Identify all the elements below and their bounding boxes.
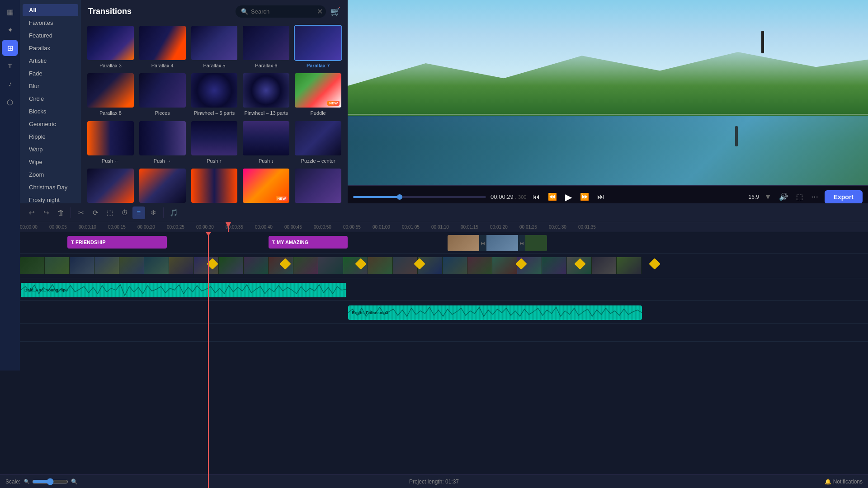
skip-to-end-button[interactable]: ⏭	[595, 192, 606, 202]
sidebar-btn-media[interactable]: ▦	[2, 4, 18, 20]
transition-parallax3[interactable]: Parallax 3	[86, 25, 135, 69]
skip-to-start-button[interactable]: ⏮	[531, 192, 542, 202]
cat-blocks[interactable]: Blocks	[23, 105, 78, 117]
rotate-button[interactable]: ⟳	[89, 206, 102, 219]
audio-clip-bold[interactable]: Bold_And_Young.mp3	[21, 283, 346, 297]
transition-push-right[interactable]: Push →	[138, 120, 187, 164]
clear-search-icon[interactable]: ✕	[317, 7, 323, 16]
detach-audio-button[interactable]: 🎵	[167, 206, 180, 219]
transition-puzzle-left[interactable]: Puzzle ←	[86, 168, 135, 203]
progress-handle[interactable]	[397, 194, 402, 200]
track-content-title-upper: Ꚍ FRIENDSHIP Ꚍ MY AMAZING ⧓ ⧓	[0, 232, 868, 253]
cat-fade[interactable]: Fade	[23, 67, 78, 80]
transition-parallax8[interactable]: Parallax 8	[86, 72, 135, 116]
transition-puzzle-lr[interactable]: Puzzle ↔	[190, 168, 239, 203]
transition-parallax6[interactable]: Parallax 6	[242, 25, 290, 69]
cat-artistic[interactable]: Artistic	[23, 55, 78, 67]
transition-pieces[interactable]: Pieces	[138, 72, 187, 116]
text-clip-icon: Ꚍ	[71, 240, 74, 245]
freeze-button[interactable]: ❄	[147, 206, 160, 219]
transition-parallax7[interactable]: Parallax 7	[294, 25, 342, 69]
cat-all[interactable]: All	[23, 4, 78, 16]
notifications-button[interactable]: 🔔 Notifications	[825, 479, 863, 485]
cat-warp[interactable]: Warp	[23, 143, 78, 155]
cat-circle[interactable]: Circle	[23, 93, 78, 105]
scale-slider[interactable]	[32, 478, 68, 485]
time-display: 00:00:29 . 300	[491, 193, 526, 200]
track-content-empty1	[20, 324, 868, 341]
track-audio-1: 🎵 🔊 Bold_And_Young.mp3	[0, 278, 868, 301]
transition-quick-palms[interactable]: NEW Quick palms	[242, 168, 290, 203]
more-options-button[interactable]: ⋯	[809, 192, 820, 202]
transition-push-down[interactable]: Push ↓	[242, 120, 290, 164]
sidebar-btn-transitions[interactable]: ⊞	[2, 40, 18, 56]
sidebar-btn-elements[interactable]: ⬡	[2, 94, 18, 110]
redo-button[interactable]: ↪	[40, 206, 52, 219]
puddle-badge: NEW	[327, 101, 340, 106]
sidebar-btn-text[interactable]: T	[2, 58, 18, 74]
preview-area	[348, 0, 868, 203]
search-input[interactable]	[251, 8, 314, 15]
search-bar[interactable]: 🔍 ✕	[236, 5, 326, 18]
scale-max-icon: 🔍	[71, 479, 78, 485]
scale-min-icon: 🔍	[24, 479, 29, 484]
step-back-button[interactable]: ⏪	[546, 192, 559, 202]
crop-button[interactable]: ⬚	[104, 206, 116, 219]
aspect-ratio-display: 16:9	[748, 194, 759, 200]
track-content-audio2: Bright_Future.mp3	[20, 301, 868, 323]
timeline-area: ↩ ↪ 🗑 ✂ ⟳ ⬚ ⏱ ≡ ❄ 🎵 00:00:00 00:00:05 00…	[0, 203, 868, 488]
cat-ripple[interactable]: Ripple	[23, 131, 78, 143]
cat-blur[interactable]: Blur	[23, 80, 78, 92]
export-button[interactable]: Export	[825, 190, 863, 204]
progress-bar[interactable]	[353, 196, 486, 198]
transition-push-left[interactable]: Push ←	[86, 120, 135, 164]
fullscreen-button[interactable]: ⬚	[794, 192, 805, 202]
volume-button[interactable]: 🔊	[777, 192, 790, 202]
transition-puzzle-right[interactable]: Puzzle →	[138, 168, 187, 203]
bell-icon: 🔔	[825, 479, 831, 485]
audio-clip-bright[interactable]: Bright_Future.mp3	[348, 305, 642, 320]
transition-push-up[interactable]: Push ↑	[190, 120, 239, 164]
step-forward-button[interactable]: ⏩	[578, 192, 591, 202]
quickpalms-badge: NEW	[276, 196, 288, 201]
upper-clip-right[interactable]: ⧓ ⧓	[448, 235, 547, 251]
timeline-ruler: 00:00:00 00:00:05 00:00:10 00:00:15 00:0…	[0, 222, 868, 232]
transition-parallax5[interactable]: Parallax 5	[190, 25, 239, 69]
transition-puzzle-center[interactable]: Puzzle – center	[294, 120, 342, 164]
delete-button[interactable]: 🗑	[54, 206, 67, 219]
cat-christmas[interactable]: Christmas Day	[23, 181, 78, 193]
preview-video	[348, 0, 868, 203]
cat-zoom[interactable]: Zoom	[23, 169, 78, 181]
video-main-strip[interactable]	[20, 257, 868, 275]
transitions-header: Transitions 🔍 ✕ 🛒	[81, 0, 348, 21]
cat-favorites[interactable]: Favorites	[23, 17, 78, 29]
timeline-toolbar: ↩ ↪ 🗑 ✂ ⟳ ⬚ ⏱ ≡ ❄ 🎵	[0, 203, 868, 222]
duration-button[interactable]: ⏱	[118, 206, 131, 219]
ruler-marks: 00:00:00 00:00:05 00:00:10 00:00:15 00:0…	[20, 225, 608, 230]
undo-button[interactable]: ↩	[25, 206, 38, 219]
scale-slider-wrap: 🔍 🔍	[24, 478, 78, 485]
preview-split-line	[348, 114, 868, 115]
transition-pinwheel13[interactable]: Pinwheel – 13 parts	[242, 72, 290, 116]
transitions-panel: Transitions 🔍 ✕ 🛒 Parallax 3 Parallax 4 …	[81, 0, 348, 203]
split-button[interactable]: ≡	[132, 206, 145, 219]
cat-wipe[interactable]: Wipe	[23, 156, 78, 168]
cut-button[interactable]: ✂	[75, 206, 87, 219]
text-clip-my-amazing[interactable]: Ꚍ MY AMAZING	[269, 236, 348, 249]
play-button[interactable]: ▶	[563, 191, 574, 203]
icon-sidebar: ▦ ✦ ⊞ T ♪ ⬡	[0, 0, 20, 371]
transition-puddle[interactable]: NEW Puddle	[294, 72, 342, 116]
transition-radial-ccw[interactable]: Radial CCW	[294, 168, 342, 203]
transitions-grid: Parallax 3 Parallax 4 Parallax 5 Paralla…	[81, 21, 348, 203]
cat-geometric[interactable]: Geometric	[23, 118, 78, 130]
transition-parallax4[interactable]: Parallax 4	[138, 25, 187, 69]
sidebar-btn-effects[interactable]: ✦	[2, 22, 18, 38]
sidebar-btn-audio[interactable]: ♪	[2, 76, 18, 92]
transition-pinwheel5[interactable]: Pinwheel – 5 parts	[190, 72, 239, 116]
cat-parallax[interactable]: Parallax	[23, 42, 78, 54]
text-clip-friendship[interactable]: Ꚍ FRIENDSHIP	[67, 236, 167, 249]
scale-bar: Scale: 🔍 🔍 Project length: 01:37 🔔 Notif…	[0, 474, 868, 488]
cart-icon[interactable]: 🛒	[330, 7, 340, 17]
project-length: Project length: 01:37	[409, 479, 459, 485]
cat-featured[interactable]: Featured	[23, 29, 78, 42]
